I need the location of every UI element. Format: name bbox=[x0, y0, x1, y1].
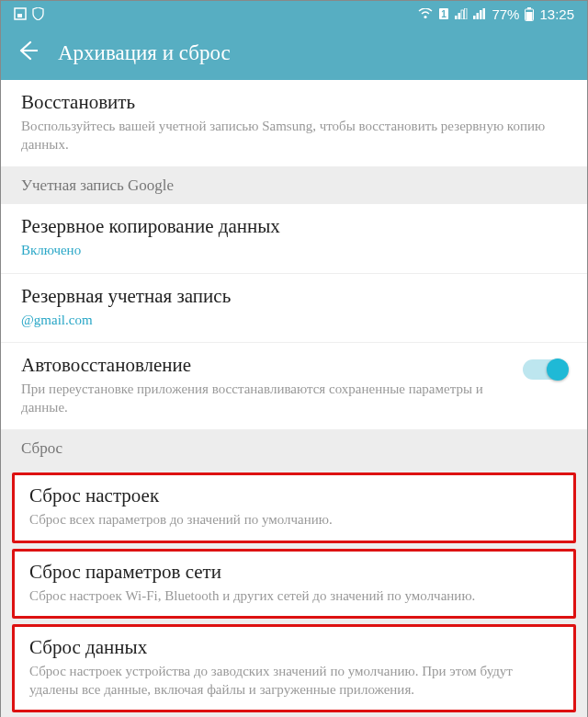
back-button[interactable] bbox=[17, 40, 38, 66]
status-right: 1 77% 13:25 bbox=[418, 6, 574, 22]
settings-list: Восстановить Воспользуйтесь вашей учетно… bbox=[1, 80, 587, 717]
svg-rect-8 bbox=[465, 8, 468, 19]
reset-data-desc: Сброс настроек устройства до заводских з… bbox=[29, 663, 559, 699]
backup-data-status: Включено bbox=[21, 242, 567, 260]
reset-data-item[interactable]: Сброс данных Сброс настроек устройства д… bbox=[12, 624, 576, 712]
backup-data-item[interactable]: Резервное копирование данных Включено bbox=[1, 204, 587, 274]
wifi-icon bbox=[418, 8, 433, 19]
svg-rect-6 bbox=[458, 13, 461, 19]
section-reset: Сброс bbox=[1, 430, 587, 467]
svg-point-2 bbox=[424, 16, 427, 18]
restore-title: Восстановить bbox=[21, 91, 567, 114]
battery-icon bbox=[525, 7, 534, 21]
svg-rect-12 bbox=[483, 8, 486, 19]
auto-restore-toggle[interactable] bbox=[523, 359, 567, 380]
backup-data-title: Резервное копирование данных bbox=[21, 215, 567, 238]
reset-settings-desc: Сброс всех параметров до значений по умо… bbox=[29, 511, 559, 529]
reset-network-desc: Сброс настроек Wi-Fi, Bluetooth и других… bbox=[29, 587, 559, 606]
toggle-knob bbox=[547, 358, 569, 381]
reset-data-title: Сброс данных bbox=[29, 636, 559, 659]
svg-rect-9 bbox=[473, 16, 476, 19]
shield-icon bbox=[32, 7, 44, 20]
svg-rect-5 bbox=[455, 16, 458, 19]
reset-settings-title: Сброс настроек bbox=[29, 484, 559, 507]
reset-network-title: Сброс параметров сети bbox=[29, 561, 559, 584]
svg-rect-11 bbox=[480, 10, 482, 19]
signal2-icon bbox=[473, 8, 486, 19]
backup-account-value: @gmail.com bbox=[21, 312, 567, 330]
section-google-account: Учетная запись Google bbox=[1, 167, 587, 204]
screenshot-icon bbox=[14, 7, 27, 20]
page-title: Архивация и сброс bbox=[58, 41, 231, 65]
battery-pct: 77% bbox=[492, 6, 519, 22]
auto-restore-item: Автовосстановление При переустановке при… bbox=[1, 343, 587, 430]
sim1-icon: 1 bbox=[438, 7, 449, 20]
svg-rect-1 bbox=[17, 14, 22, 17]
app-header: Архивация и сброс bbox=[1, 27, 587, 80]
signal1-icon bbox=[455, 8, 468, 19]
svg-rect-10 bbox=[477, 13, 480, 19]
svg-rect-7 bbox=[461, 10, 464, 19]
auto-restore-title: Автовосстановление bbox=[21, 354, 508, 377]
backup-account-title: Резервная учетная запись bbox=[21, 285, 567, 308]
svg-text:1: 1 bbox=[442, 9, 447, 19]
status-bar: 1 77% 13:25 bbox=[1, 1, 587, 27]
svg-rect-15 bbox=[526, 12, 533, 20]
status-left bbox=[14, 7, 44, 20]
reset-network-item[interactable]: Сброс параметров сети Сброс настроек Wi-… bbox=[12, 549, 576, 620]
phone-screen: 1 77% 13:25 Архивация и сброс Восстанови… bbox=[0, 0, 588, 717]
backup-account-item[interactable]: Резервная учетная запись @gmail.com bbox=[1, 274, 587, 344]
restore-desc: Воспользуйтесь вашей учетной записью Sam… bbox=[21, 118, 567, 154]
clock: 13:25 bbox=[539, 6, 574, 22]
auto-restore-desc: При переустановке приложения восстанавли… bbox=[21, 381, 508, 416]
reset-settings-item[interactable]: Сброс настроек Сброс всех параметров до … bbox=[12, 472, 576, 543]
restore-item[interactable]: Восстановить Воспользуйтесь вашей учетно… bbox=[1, 80, 587, 167]
